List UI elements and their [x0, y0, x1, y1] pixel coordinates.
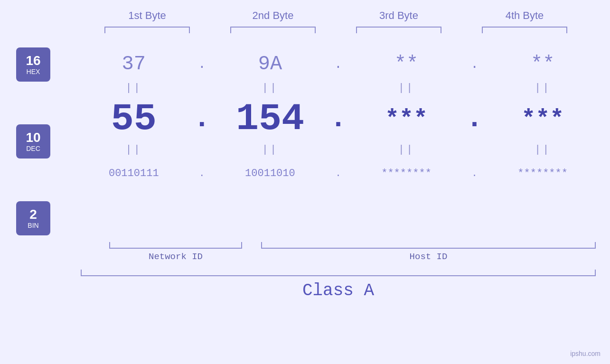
bin-badge: 2 BIN: [16, 201, 50, 235]
bin-dot2: .: [328, 168, 347, 179]
id-bracket-row: [81, 242, 596, 249]
bin-dot1: .: [192, 168, 211, 179]
id-label-row: Network ID Host ID: [81, 252, 596, 262]
hex-byte4: **: [495, 53, 590, 75]
main-container: 1st Byte 2nd Byte 3rd Byte 4th Byte 16 H…: [0, 0, 610, 364]
hex-badge: 16 HEX: [16, 47, 50, 82]
dec-badge: 10 DEC: [16, 124, 50, 159]
eq1-b4: ||: [495, 82, 590, 94]
dec-byte3: ***: [359, 105, 454, 132]
class-spacer: [0, 270, 66, 300]
bracket-byte3: [356, 27, 441, 33]
eq2-b4: ||: [495, 144, 590, 156]
host-id-bracket: [261, 242, 596, 249]
id-bracket-spacer: [0, 242, 66, 262]
bracket-byte2: [230, 27, 316, 33]
hex-num: 16: [26, 54, 40, 68]
dec-byte1: 55: [86, 97, 181, 140]
byte1-header: 1st Byte: [100, 9, 195, 22]
hex-name: HEX: [27, 68, 40, 75]
id-brackets-area: Network ID Host ID: [66, 242, 610, 262]
bin-byte3: ********: [359, 168, 454, 179]
class-label: Class A: [81, 281, 596, 300]
class-bracket-container: Class A: [0, 270, 610, 300]
attribution: ipshu.com: [570, 350, 601, 357]
bracket-byte4: [482, 27, 567, 33]
dec-dot2: .: [328, 103, 347, 135]
host-id-label: Host ID: [261, 252, 596, 262]
eq1-b3: ||: [359, 82, 454, 94]
dec-byte4: ***: [495, 105, 590, 132]
bin-row: 00110111 . 10011010 . ******** .: [66, 157, 610, 190]
byte4-header: 4th Byte: [477, 9, 572, 22]
network-id-bracket: [109, 242, 242, 249]
hex-byte2: 9A: [223, 53, 318, 75]
eq1-b1: ||: [86, 82, 181, 94]
hex-dot2: .: [328, 57, 347, 72]
id-bracket-container: Network ID Host ID: [0, 242, 610, 262]
bin-byte2: 10011010: [223, 168, 318, 179]
equals-row-2: || || || ||: [66, 142, 610, 157]
class-bracket: [81, 270, 596, 276]
eq2-b2: ||: [223, 144, 318, 156]
hex-row: 37 . 9A . ** . **: [66, 47, 610, 81]
bin-byte4: ********: [495, 168, 590, 179]
hex-dot1: .: [192, 57, 211, 72]
bracket-byte1: [104, 27, 190, 33]
network-id-label: Network ID: [109, 252, 242, 262]
header-row: 1st Byte 2nd Byte 3rd Byte 4th Byte: [84, 9, 588, 22]
dec-row: 55 . 154 . *** . ***: [66, 95, 610, 142]
byte3-header: 3rd Byte: [351, 9, 446, 22]
data-section: 37 . 9A . ** . **: [66, 43, 610, 190]
bin-byte1: 00110111: [86, 168, 181, 179]
eq2-b1: ||: [86, 144, 181, 156]
dec-name: DEC: [26, 145, 40, 152]
dec-dot1: .: [192, 103, 211, 135]
dec-dot3: .: [465, 103, 484, 135]
bin-name: BIN: [28, 222, 38, 229]
bin-dot3: .: [465, 168, 484, 179]
dec-byte2: 154: [223, 97, 318, 140]
base-labels-column: 16 HEX 10 DEC 2 BIN: [0, 43, 66, 240]
equals-row-1: || || || ||: [66, 81, 610, 95]
hex-byte3: **: [359, 53, 454, 75]
bin-num: 2: [29, 207, 37, 222]
byte2-header: 2nd Byte: [225, 9, 320, 22]
hex-byte1: 37: [86, 53, 181, 75]
hex-dot3: .: [465, 57, 484, 72]
eq2-b3: ||: [359, 144, 454, 156]
eq1-b2: ||: [223, 82, 318, 94]
dec-num: 10: [26, 131, 40, 145]
top-bracket-row: [84, 27, 588, 33]
class-area: Class A: [66, 270, 610, 300]
